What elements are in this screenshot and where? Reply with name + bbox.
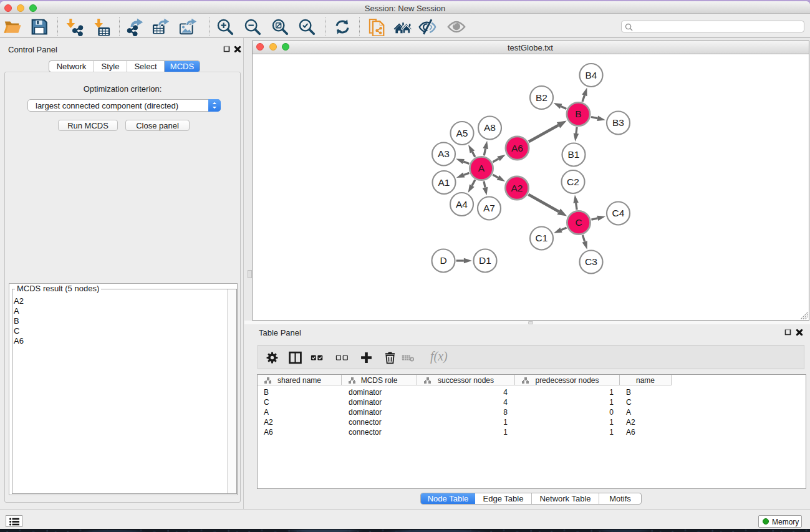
svg-text:A6: A6 — [511, 142, 523, 153]
svg-text:C2: C2 — [567, 176, 579, 186]
svg-text:B: B — [575, 109, 581, 119]
svg-text:B2: B2 — [536, 92, 547, 102]
svg-text:A8: A8 — [484, 122, 496, 133]
svg-text:C4: C4 — [612, 208, 624, 218]
svg-text:D1: D1 — [479, 255, 491, 266]
svg-text:B1: B1 — [567, 149, 579, 160]
svg-text:A1: A1 — [438, 177, 450, 187]
svg-text:A: A — [478, 163, 485, 173]
svg-text:A7: A7 — [483, 203, 495, 213]
svg-text:C1: C1 — [535, 233, 547, 243]
svg-text:A4: A4 — [456, 198, 468, 209]
svg-text:C3: C3 — [585, 256, 597, 267]
svg-text:A3: A3 — [438, 148, 450, 159]
svg-text:A5: A5 — [456, 127, 468, 138]
svg-text:C: C — [575, 217, 582, 228]
svg-text:B4: B4 — [585, 69, 597, 80]
svg-text:A2: A2 — [511, 182, 523, 193]
svg-text:B3: B3 — [612, 117, 624, 128]
svg-text:D: D — [440, 255, 446, 266]
